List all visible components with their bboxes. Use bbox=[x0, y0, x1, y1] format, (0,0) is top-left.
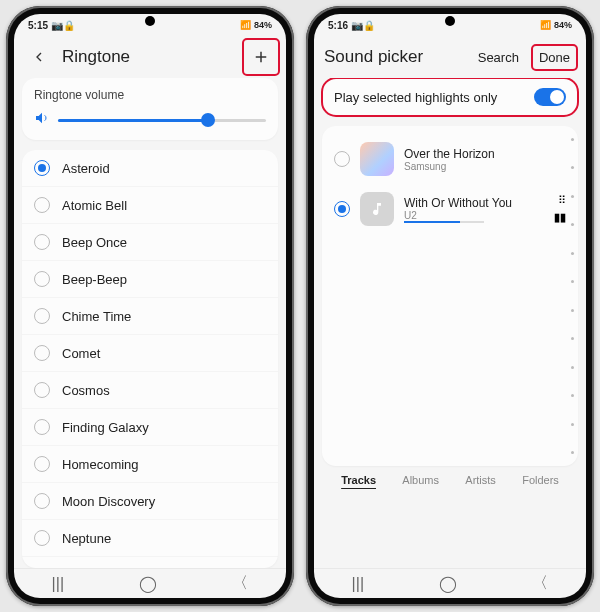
song-meta: Over the HorizonSamsung bbox=[404, 147, 566, 172]
phone-left: 5:15 📷🔒 📶 84% Ringtone Ringtone volume bbox=[6, 6, 294, 606]
ringtone-label: Beep Once bbox=[62, 235, 127, 250]
radio-button[interactable] bbox=[34, 493, 50, 509]
ringtone-item[interactable]: Beep Once bbox=[22, 224, 278, 261]
ringtone-item[interactable]: Homecoming bbox=[22, 446, 278, 483]
ringtone-item[interactable]: Comet bbox=[22, 335, 278, 372]
playback-progress[interactable] bbox=[404, 221, 484, 223]
bottom-tabs: TracksAlbumsArtistsFolders bbox=[322, 466, 578, 494]
add-button[interactable] bbox=[246, 42, 276, 72]
song-artist: U2 bbox=[404, 210, 544, 221]
highlights-label: Play selected highlights only bbox=[334, 90, 497, 105]
recents-button[interactable]: ||| bbox=[52, 575, 64, 593]
ringtone-label: Atomic Bell bbox=[62, 198, 127, 213]
song-list: Over the HorizonSamsungWith Or Without Y… bbox=[322, 126, 578, 466]
ringtone-label: Chime Time bbox=[62, 309, 131, 324]
radio-button[interactable] bbox=[334, 201, 350, 217]
highlights-switch[interactable] bbox=[534, 88, 566, 106]
status-network: 📶 84% bbox=[540, 20, 572, 30]
ringtone-label: Beep-Beep bbox=[62, 272, 127, 287]
ringtone-list: AsteroidAtomic BellBeep OnceBeep-BeepChi… bbox=[22, 150, 278, 568]
tab-tracks[interactable]: Tracks bbox=[341, 474, 376, 486]
ringtone-item[interactable]: Finding Galaxy bbox=[22, 409, 278, 446]
index-scroll[interactable] bbox=[571, 138, 574, 454]
volume-card: Ringtone volume bbox=[22, 78, 278, 140]
ringtone-item[interactable]: Chime Time bbox=[22, 298, 278, 335]
tab-albums[interactable]: Albums bbox=[402, 474, 439, 486]
radio-button[interactable] bbox=[34, 419, 50, 435]
search-button[interactable]: Search bbox=[472, 46, 525, 69]
radio-button[interactable] bbox=[34, 160, 50, 176]
back-button[interactable] bbox=[24, 42, 54, 72]
ringtone-label: Cosmos bbox=[62, 383, 110, 398]
system-nav: ||| ◯ 〈 bbox=[14, 568, 286, 598]
ringtone-label: Homecoming bbox=[62, 457, 139, 472]
radio-button[interactable] bbox=[34, 234, 50, 250]
ringtone-label: Comet bbox=[62, 346, 100, 361]
ringtone-label: Finding Galaxy bbox=[62, 420, 149, 435]
recents-button[interactable]: ||| bbox=[352, 575, 364, 593]
ringtone-item[interactable]: Moon Discovery bbox=[22, 483, 278, 520]
radio-button[interactable] bbox=[34, 197, 50, 213]
done-button[interactable]: Done bbox=[533, 46, 576, 69]
app-bar: Ringtone bbox=[14, 36, 286, 78]
status-network: 📶 84% bbox=[240, 20, 272, 30]
status-time: 5:16 bbox=[328, 20, 348, 31]
camera-notch bbox=[145, 16, 155, 26]
home-button[interactable]: ◯ bbox=[139, 574, 157, 593]
volume-label: Ringtone volume bbox=[34, 88, 266, 102]
ringtone-item[interactable]: Neptune bbox=[22, 520, 278, 557]
menu-icon[interactable]: ⠿ bbox=[558, 194, 566, 207]
radio-button[interactable] bbox=[34, 530, 50, 546]
album-art bbox=[360, 142, 394, 176]
back-sys-button[interactable]: 〈 bbox=[532, 573, 548, 594]
ringtone-item[interactable]: Beep-Beep bbox=[22, 261, 278, 298]
pause-icon[interactable]: ▮▮ bbox=[554, 211, 566, 224]
song-meta: With Or Without YouU2 bbox=[404, 196, 544, 223]
ringtone-label: Asteroid bbox=[62, 161, 110, 176]
page-title: Sound picker bbox=[324, 47, 464, 67]
back-sys-button[interactable]: 〈 bbox=[232, 573, 248, 594]
status-indicators: 📷🔒 bbox=[351, 20, 375, 31]
radio-button[interactable] bbox=[334, 151, 350, 167]
radio-button[interactable] bbox=[34, 308, 50, 324]
music-note-icon bbox=[369, 201, 385, 217]
radio-button[interactable] bbox=[34, 382, 50, 398]
tab-folders[interactable]: Folders bbox=[522, 474, 559, 486]
page-title: Ringtone bbox=[62, 47, 238, 67]
speaker-icon bbox=[34, 110, 50, 130]
song-title: Over the Horizon bbox=[404, 147, 566, 161]
song-item[interactable]: With Or Without YouU2⠿▮▮ bbox=[322, 184, 578, 234]
ringtone-label: Moon Discovery bbox=[62, 494, 155, 509]
status-time: 5:15 bbox=[28, 20, 48, 31]
ringtone-label: Neptune bbox=[62, 531, 111, 546]
app-bar: Sound picker Search Done bbox=[314, 36, 586, 78]
radio-button[interactable] bbox=[34, 456, 50, 472]
status-indicators: 📷🔒 bbox=[51, 20, 75, 31]
ringtone-item[interactable]: Asteroid bbox=[22, 150, 278, 187]
song-item[interactable]: Over the HorizonSamsung bbox=[322, 134, 578, 184]
phone-right: 5:16 📷🔒 📶 84% Sound picker Search Done P… bbox=[306, 6, 594, 606]
volume-slider[interactable] bbox=[58, 119, 266, 122]
song-artist: Samsung bbox=[404, 161, 566, 172]
radio-button[interactable] bbox=[34, 271, 50, 287]
highlights-toggle-card: Play selected highlights only bbox=[322, 78, 578, 116]
ringtone-item[interactable]: Atomic Bell bbox=[22, 187, 278, 224]
album-art bbox=[360, 192, 394, 226]
ringtone-item[interactable]: Cosmos bbox=[22, 372, 278, 409]
camera-notch bbox=[445, 16, 455, 26]
song-title: With Or Without You bbox=[404, 196, 544, 210]
radio-button[interactable] bbox=[34, 345, 50, 361]
system-nav: ||| ◯ 〈 bbox=[314, 568, 586, 598]
highlight-box bbox=[244, 40, 278, 74]
tab-artists[interactable]: Artists bbox=[465, 474, 496, 486]
song-controls: ⠿▮▮ bbox=[554, 194, 566, 224]
chevron-left-icon bbox=[31, 49, 47, 65]
home-button[interactable]: ◯ bbox=[439, 574, 457, 593]
